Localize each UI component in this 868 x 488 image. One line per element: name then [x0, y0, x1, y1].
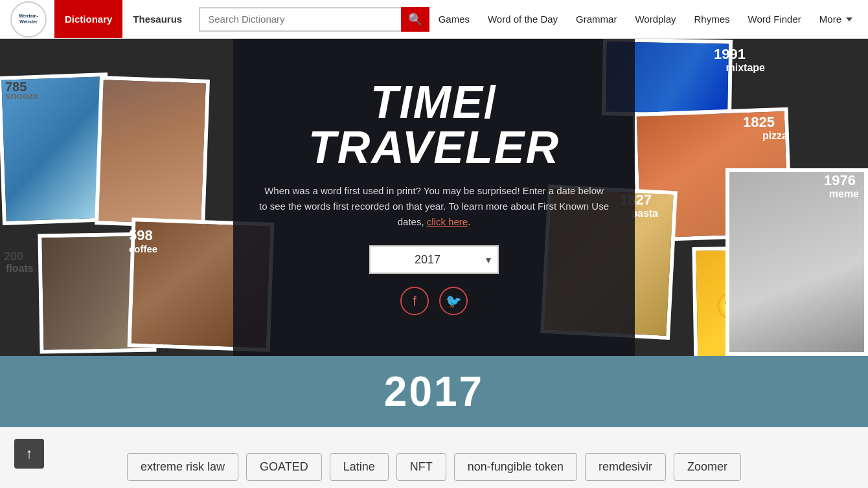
word-pill[interactable]: remdesivir — [585, 453, 666, 481]
logo-text-line1: Merriam- — [19, 14, 38, 19]
nav-link-more[interactable]: More — [810, 0, 862, 39]
search-input[interactable] — [199, 7, 400, 32]
word-pills-section: extreme risk law GOATED Latine NFT non-f… — [0, 427, 868, 488]
chevron-down-icon — [846, 17, 852, 21]
word-pill[interactable]: Zoomer — [674, 453, 741, 481]
label-snooze: snooze — [3, 89, 41, 102]
word-pill[interactable]: extreme risk law — [127, 453, 238, 481]
label-coffee: coffee — [126, 243, 160, 255]
word-pill[interactable]: NFT — [396, 453, 446, 481]
hero-title-line2: TRAVELER — [308, 125, 560, 170]
facebook-icon: f — [413, 294, 417, 309]
tab-thesaurus[interactable]: Thesaurus — [122, 0, 192, 38]
nav-link-word-of-the-day[interactable]: Word of the Day — [479, 0, 567, 39]
year-band: 2017 — [0, 356, 868, 427]
search-button[interactable]: 🔍 — [401, 7, 429, 32]
more-label: More — [819, 14, 841, 25]
twitter-share-button[interactable]: 🐦 — [439, 287, 468, 315]
hero-section: 😮😍😂 785 snooze 200 floats 598 coffee 199… — [0, 39, 868, 356]
word-pills: extreme risk law GOATED Latine NFT non-f… — [127, 453, 741, 481]
tab-dictionary[interactable]: Dictionary — [54, 0, 122, 38]
label-1976: 1976 — [821, 172, 858, 190]
hero-title: TIME/ TRAVELER — [308, 80, 560, 170]
facebook-share-button[interactable]: f — [400, 287, 429, 315]
search-wrap: 🔍 — [199, 7, 429, 32]
scroll-up-icon: ↑ — [26, 445, 33, 462]
logo-circle: Merriam- Webster — [10, 1, 47, 38]
scroll-to-top-button[interactable]: ↑ — [14, 439, 44, 469]
hero-description: When was a word first used in print? You… — [259, 183, 609, 230]
nav-link-word-finder[interactable]: Word Finder — [739, 0, 810, 39]
photo-girl — [95, 76, 210, 228]
social-icons: f 🐦 — [400, 287, 468, 315]
word-pill[interactable]: Latine — [330, 453, 389, 481]
nav-links: Games Word of the Day Grammar Wordplay R… — [429, 0, 862, 39]
nav-link-wordplay[interactable]: Wordplay — [626, 0, 685, 39]
label-1991: 1991 — [711, 45, 748, 63]
nav-tabs: Dictionary Thesaurus — [54, 0, 192, 38]
label-mixtape: mixtape — [724, 61, 768, 74]
label-meme: meme — [827, 188, 862, 201]
click-here-link[interactable]: click here — [427, 216, 468, 227]
label-1825: 1825 — [740, 113, 777, 131]
year-select-wrap: 2017 2016 2015 2014 2013 2012 2011 2010 … — [369, 245, 499, 274]
logo-text-line2: Webster — [19, 19, 38, 25]
logo[interactable]: Merriam- Webster — [6, 0, 51, 39]
word-pill[interactable]: non-fungible token — [454, 453, 577, 481]
year-band-label: 2017 — [384, 368, 484, 415]
label-598: 598 — [126, 227, 155, 245]
search-icon: 🔍 — [408, 12, 422, 27]
year-select[interactable]: 2017 2016 2015 2014 2013 2012 2011 2010 … — [369, 245, 499, 274]
word-pill[interactable]: GOATED — [246, 453, 322, 481]
twitter-icon: 🐦 — [446, 293, 462, 309]
hero-center: TIME/ TRAVELER When was a word first use… — [233, 39, 635, 356]
nav-link-games[interactable]: Games — [429, 0, 479, 39]
nav-link-rhymes[interactable]: Rhymes — [685, 0, 739, 39]
hero-title-line1: TIME/ — [308, 80, 560, 125]
navbar: Merriam- Webster Dictionary Thesaurus 🔍 … — [0, 0, 868, 39]
label-pizza: pizza — [760, 129, 790, 142]
label-floats: floats — [3, 262, 36, 275]
nav-link-grammar[interactable]: Grammar — [567, 0, 626, 39]
